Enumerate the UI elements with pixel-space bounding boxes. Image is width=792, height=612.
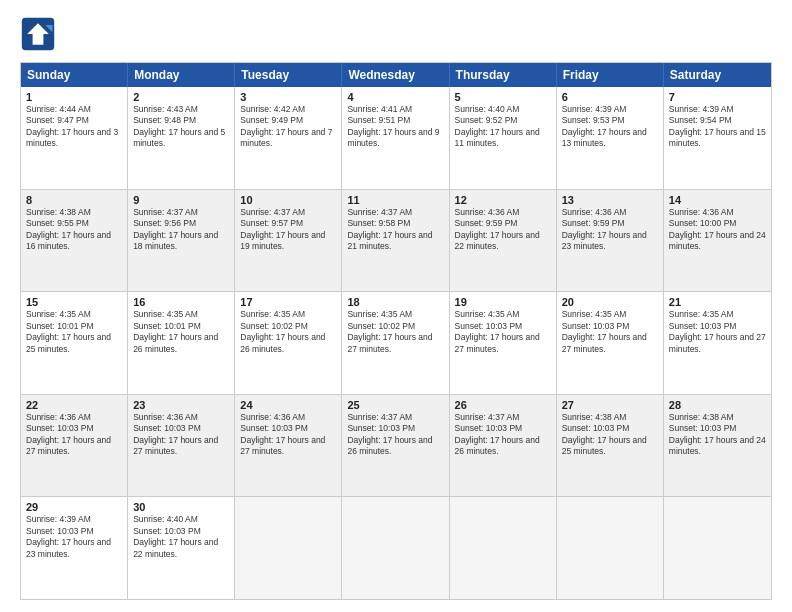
header-day-tuesday: Tuesday (235, 63, 342, 87)
cell-info: Sunrise: 4:35 AMSunset: 10:02 PMDaylight… (347, 309, 443, 355)
day-number: 25 (347, 399, 443, 411)
cell-info: Sunrise: 4:43 AMSunset: 9:48 PMDaylight:… (133, 104, 229, 150)
day-cell-30: 30Sunrise: 4:40 AMSunset: 10:03 PMDaylig… (128, 497, 235, 599)
day-cell-22: 22Sunrise: 4:36 AMSunset: 10:03 PMDaylig… (21, 395, 128, 497)
day-number: 19 (455, 296, 551, 308)
cell-info: Sunrise: 4:39 AMSunset: 10:03 PMDaylight… (26, 514, 122, 560)
day-number: 11 (347, 194, 443, 206)
day-cell-10: 10Sunrise: 4:37 AMSunset: 9:57 PMDayligh… (235, 190, 342, 292)
empty-cell (342, 497, 449, 599)
day-number: 22 (26, 399, 122, 411)
day-cell-24: 24Sunrise: 4:36 AMSunset: 10:03 PMDaylig… (235, 395, 342, 497)
day-cell-27: 27Sunrise: 4:38 AMSunset: 10:03 PMDaylig… (557, 395, 664, 497)
header-day-monday: Monday (128, 63, 235, 87)
cell-info: Sunrise: 4:36 AMSunset: 10:03 PMDaylight… (240, 412, 336, 458)
calendar: SundayMondayTuesdayWednesdayThursdayFrid… (20, 62, 772, 600)
day-number: 23 (133, 399, 229, 411)
header-day-sunday: Sunday (21, 63, 128, 87)
day-cell-4: 4Sunrise: 4:41 AMSunset: 9:51 PMDaylight… (342, 87, 449, 189)
header-day-saturday: Saturday (664, 63, 771, 87)
cell-info: Sunrise: 4:35 AMSunset: 10:02 PMDaylight… (240, 309, 336, 355)
empty-cell (450, 497, 557, 599)
day-number: 17 (240, 296, 336, 308)
cell-info: Sunrise: 4:44 AMSunset: 9:47 PMDaylight:… (26, 104, 122, 150)
header-day-friday: Friday (557, 63, 664, 87)
page: SundayMondayTuesdayWednesdayThursdayFrid… (0, 0, 792, 612)
cell-info: Sunrise: 4:36 AMSunset: 10:03 PMDaylight… (26, 412, 122, 458)
cell-info: Sunrise: 4:37 AMSunset: 9:57 PMDaylight:… (240, 207, 336, 253)
day-number: 5 (455, 91, 551, 103)
cell-info: Sunrise: 4:40 AMSunset: 9:52 PMDaylight:… (455, 104, 551, 150)
cell-info: Sunrise: 4:35 AMSunset: 10:01 PMDaylight… (133, 309, 229, 355)
cell-info: Sunrise: 4:39 AMSunset: 9:53 PMDaylight:… (562, 104, 658, 150)
day-cell-7: 7Sunrise: 4:39 AMSunset: 9:54 PMDaylight… (664, 87, 771, 189)
empty-cell (235, 497, 342, 599)
cell-info: Sunrise: 4:38 AMSunset: 10:03 PMDaylight… (669, 412, 766, 458)
day-cell-9: 9Sunrise: 4:37 AMSunset: 9:56 PMDaylight… (128, 190, 235, 292)
day-number: 1 (26, 91, 122, 103)
day-cell-21: 21Sunrise: 4:35 AMSunset: 10:03 PMDaylig… (664, 292, 771, 394)
cell-info: Sunrise: 4:35 AMSunset: 10:03 PMDaylight… (562, 309, 658, 355)
day-number: 12 (455, 194, 551, 206)
day-cell-28: 28Sunrise: 4:38 AMSunset: 10:03 PMDaylig… (664, 395, 771, 497)
calendar-row-1: 1Sunrise: 4:44 AMSunset: 9:47 PMDaylight… (21, 87, 771, 189)
day-cell-5: 5Sunrise: 4:40 AMSunset: 9:52 PMDaylight… (450, 87, 557, 189)
cell-info: Sunrise: 4:36 AMSunset: 9:59 PMDaylight:… (562, 207, 658, 253)
cell-info: Sunrise: 4:38 AMSunset: 10:03 PMDaylight… (562, 412, 658, 458)
day-number: 27 (562, 399, 658, 411)
cell-info: Sunrise: 4:35 AMSunset: 10:03 PMDaylight… (669, 309, 766, 355)
calendar-header: SundayMondayTuesdayWednesdayThursdayFrid… (21, 63, 771, 87)
day-cell-23: 23Sunrise: 4:36 AMSunset: 10:03 PMDaylig… (128, 395, 235, 497)
cell-info: Sunrise: 4:37 AMSunset: 9:58 PMDaylight:… (347, 207, 443, 253)
day-cell-2: 2Sunrise: 4:43 AMSunset: 9:48 PMDaylight… (128, 87, 235, 189)
day-number: 29 (26, 501, 122, 513)
day-number: 4 (347, 91, 443, 103)
day-cell-13: 13Sunrise: 4:36 AMSunset: 9:59 PMDayligh… (557, 190, 664, 292)
logo-icon (20, 16, 56, 52)
calendar-row-4: 22Sunrise: 4:36 AMSunset: 10:03 PMDaylig… (21, 394, 771, 497)
calendar-row-2: 8Sunrise: 4:38 AMSunset: 9:55 PMDaylight… (21, 189, 771, 292)
day-number: 24 (240, 399, 336, 411)
day-number: 20 (562, 296, 658, 308)
day-cell-18: 18Sunrise: 4:35 AMSunset: 10:02 PMDaylig… (342, 292, 449, 394)
day-cell-6: 6Sunrise: 4:39 AMSunset: 9:53 PMDaylight… (557, 87, 664, 189)
cell-info: Sunrise: 4:38 AMSunset: 9:55 PMDaylight:… (26, 207, 122, 253)
day-number: 16 (133, 296, 229, 308)
logo (20, 16, 60, 52)
day-number: 14 (669, 194, 766, 206)
header (20, 16, 772, 52)
calendar-row-5: 29Sunrise: 4:39 AMSunset: 10:03 PMDaylig… (21, 496, 771, 599)
day-cell-29: 29Sunrise: 4:39 AMSunset: 10:03 PMDaylig… (21, 497, 128, 599)
day-cell-3: 3Sunrise: 4:42 AMSunset: 9:49 PMDaylight… (235, 87, 342, 189)
day-number: 30 (133, 501, 229, 513)
day-number: 6 (562, 91, 658, 103)
day-number: 8 (26, 194, 122, 206)
day-cell-19: 19Sunrise: 4:35 AMSunset: 10:03 PMDaylig… (450, 292, 557, 394)
day-cell-17: 17Sunrise: 4:35 AMSunset: 10:02 PMDaylig… (235, 292, 342, 394)
day-cell-16: 16Sunrise: 4:35 AMSunset: 10:01 PMDaylig… (128, 292, 235, 394)
empty-cell (557, 497, 664, 599)
cell-info: Sunrise: 4:36 AMSunset: 10:00 PMDaylight… (669, 207, 766, 253)
day-cell-1: 1Sunrise: 4:44 AMSunset: 9:47 PMDaylight… (21, 87, 128, 189)
day-number: 15 (26, 296, 122, 308)
day-cell-25: 25Sunrise: 4:37 AMSunset: 10:03 PMDaylig… (342, 395, 449, 497)
header-day-wednesday: Wednesday (342, 63, 449, 87)
day-number: 9 (133, 194, 229, 206)
day-cell-14: 14Sunrise: 4:36 AMSunset: 10:00 PMDaylig… (664, 190, 771, 292)
cell-info: Sunrise: 4:36 AMSunset: 10:03 PMDaylight… (133, 412, 229, 458)
day-number: 13 (562, 194, 658, 206)
cell-info: Sunrise: 4:35 AMSunset: 10:03 PMDaylight… (455, 309, 551, 355)
cell-info: Sunrise: 4:40 AMSunset: 10:03 PMDaylight… (133, 514, 229, 560)
calendar-body: 1Sunrise: 4:44 AMSunset: 9:47 PMDaylight… (21, 87, 771, 599)
cell-info: Sunrise: 4:37 AMSunset: 9:56 PMDaylight:… (133, 207, 229, 253)
day-number: 3 (240, 91, 336, 103)
day-cell-15: 15Sunrise: 4:35 AMSunset: 10:01 PMDaylig… (21, 292, 128, 394)
cell-info: Sunrise: 4:36 AMSunset: 9:59 PMDaylight:… (455, 207, 551, 253)
cell-info: Sunrise: 4:41 AMSunset: 9:51 PMDaylight:… (347, 104, 443, 150)
day-cell-8: 8Sunrise: 4:38 AMSunset: 9:55 PMDaylight… (21, 190, 128, 292)
day-number: 26 (455, 399, 551, 411)
day-number: 21 (669, 296, 766, 308)
day-number: 28 (669, 399, 766, 411)
cell-info: Sunrise: 4:37 AMSunset: 10:03 PMDaylight… (347, 412, 443, 458)
cell-info: Sunrise: 4:35 AMSunset: 10:01 PMDaylight… (26, 309, 122, 355)
